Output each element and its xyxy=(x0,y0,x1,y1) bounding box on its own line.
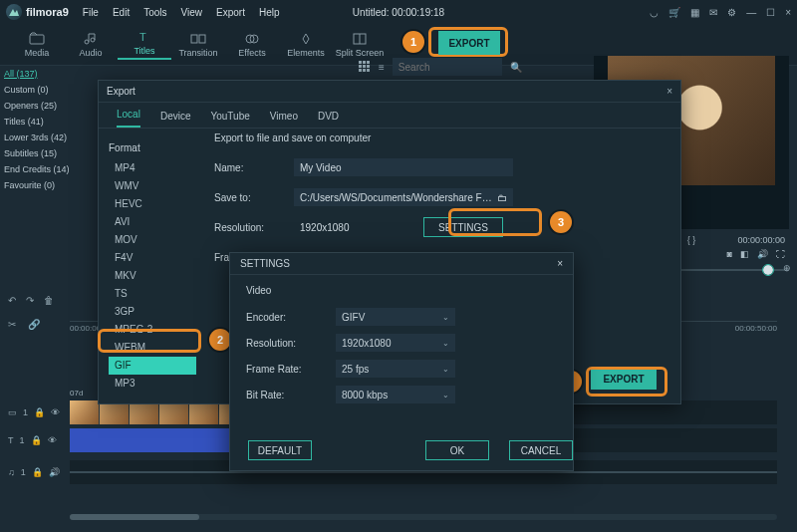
cat-titles[interactable]: Titles (41) xyxy=(4,114,102,130)
menu-file[interactable]: File xyxy=(83,7,99,18)
settings-dialog: SETTINGS × Video Encoder: GIFV ⌄ Resolut… xyxy=(229,252,574,471)
cat-favourite[interactable]: Favourite (0) xyxy=(4,177,102,193)
settings-default-button[interactable]: DEFAULT xyxy=(248,440,312,460)
redo-icon[interactable]: ↷ xyxy=(26,295,34,306)
export-tab-device[interactable]: Device xyxy=(160,111,191,128)
settings-fr-select[interactable]: 25 fps ⌄ xyxy=(336,360,455,378)
search-input[interactable] xyxy=(393,58,502,76)
tab-elements[interactable]: Elements xyxy=(279,32,333,58)
format-mpeg2[interactable]: MPEG-2 xyxy=(109,321,196,339)
settings-cancel-button[interactable]: CANCEL xyxy=(509,440,573,460)
format-gif[interactable]: GIF xyxy=(109,357,196,375)
step-badge-3: 3 xyxy=(550,211,572,233)
format-webm[interactable]: WEBM xyxy=(109,339,196,357)
format-mov[interactable]: MOV xyxy=(109,231,196,249)
menu-help[interactable]: Help xyxy=(259,7,280,18)
link-icon[interactable]: 🔗 xyxy=(28,319,40,330)
format-mp4[interactable]: MP4 xyxy=(109,159,196,177)
track-lock-icon-t[interactable]: 🔒 xyxy=(31,435,42,445)
split-icon[interactable]: ✂ xyxy=(8,319,16,330)
settings-res-value: 1920x1080 xyxy=(342,338,392,349)
apps-icon[interactable]: ▦ xyxy=(690,7,699,18)
fullscreen-icon[interactable]: ⛶ xyxy=(776,249,785,259)
format-hevc[interactable]: HEVC xyxy=(109,195,196,213)
name-input[interactable]: My Video xyxy=(294,158,513,176)
delete-icon[interactable]: 🗑 xyxy=(44,295,54,306)
export-button-ribbon[interactable]: EXPORT xyxy=(438,31,500,55)
window-minimize[interactable]: — xyxy=(746,7,756,18)
format-wmv[interactable]: WMV xyxy=(109,177,196,195)
format-f4v[interactable]: F4V xyxy=(109,249,196,267)
volume-icon[interactable]: 🔊 xyxy=(757,249,768,259)
titles-icon: T xyxy=(136,30,152,44)
window-maximize[interactable]: ☐ xyxy=(766,7,775,18)
list-view-icon[interactable]: ≡ xyxy=(379,62,385,73)
track-mute-icon[interactable]: 🔊 xyxy=(49,467,60,477)
cat-endcredits[interactable]: End Credits (14) xyxy=(4,161,102,177)
duration-time: 00:00:00:00 xyxy=(737,235,785,245)
undo-icon[interactable]: ↶ xyxy=(8,295,16,306)
settings-br-select[interactable]: 8000 kbps ⌄ xyxy=(336,386,455,403)
encoder-select[interactable]: GIFV ⌄ xyxy=(336,308,455,326)
tab-media[interactable]: Media xyxy=(10,32,64,58)
menu-tools[interactable]: Tools xyxy=(143,7,166,18)
tab-split-screen[interactable]: Split Screen xyxy=(333,32,387,58)
menu-edit[interactable]: Edit xyxy=(113,7,130,18)
format-mp3[interactable]: MP3 xyxy=(109,375,196,393)
encoder-value: GIFV xyxy=(342,312,365,323)
format-3gp[interactable]: 3GP xyxy=(109,303,196,321)
format-mkv[interactable]: MKV xyxy=(109,267,196,285)
track-lock-icon[interactable]: 🔒 xyxy=(34,407,45,417)
cat-lower3rds[interactable]: Lower 3rds (42) xyxy=(4,130,102,145)
tab-effects[interactable]: Effects xyxy=(225,32,279,58)
snapshot-icon[interactable]: ◙ xyxy=(727,249,732,259)
export-tab-vimeo[interactable]: Vimeo xyxy=(270,111,298,128)
document-title: Untitled: 00:00:19:18 xyxy=(353,7,444,18)
cat-subtitles[interactable]: Subtitles (15) xyxy=(4,145,102,161)
tab-transition[interactable]: Transition xyxy=(171,32,225,58)
tab-titles[interactable]: T Titles xyxy=(118,30,171,60)
zoom-fit-icon[interactable]: ⊕ xyxy=(783,263,791,273)
export-tab-youtube[interactable]: YouTube xyxy=(210,111,249,128)
ruler-tick-1: 00:00:50:00 xyxy=(735,324,777,333)
format-ts[interactable]: TS xyxy=(109,285,196,303)
window-close[interactable]: × xyxy=(785,7,791,18)
search-icon[interactable]: 🔍 xyxy=(510,62,522,73)
timeline-scroll-thumb[interactable] xyxy=(70,514,199,520)
menu-export[interactable]: Export xyxy=(216,7,245,18)
mail-icon[interactable]: ✉ xyxy=(709,7,717,18)
account-icon[interactable]: ◡ xyxy=(650,7,659,18)
export-tab-dvd[interactable]: DVD xyxy=(318,111,339,128)
settings-button[interactable]: SETTINGS xyxy=(423,217,503,237)
timeline-scrollbar[interactable] xyxy=(70,514,777,520)
track-lock-icon-a[interactable]: 🔒 xyxy=(32,467,43,477)
track-visible-icon[interactable]: 👁 xyxy=(51,407,60,417)
chevron-down-icon: ⌄ xyxy=(442,365,449,374)
tab-audio[interactable]: Audio xyxy=(64,32,118,58)
zoom-knob[interactable] xyxy=(763,265,773,275)
settings-ok-button[interactable]: OK xyxy=(425,440,489,460)
svg-rect-4 xyxy=(191,35,197,43)
settings-dialog-close[interactable]: × xyxy=(557,258,563,269)
expand-icon[interactable]: { } xyxy=(687,235,696,245)
save-to-input[interactable]: C:/Users/WS/Documents/Wondershare Film 🗀 xyxy=(294,188,513,206)
track-visible-icon-t[interactable]: 👁 xyxy=(48,435,57,445)
export-tab-local[interactable]: Local xyxy=(117,109,140,128)
svg-rect-5 xyxy=(199,35,205,43)
cat-custom[interactable]: Custom (0) xyxy=(4,82,102,98)
grid-view-icon[interactable] xyxy=(359,61,371,73)
export-dialog-title: Export xyxy=(107,86,135,97)
settings-res-select[interactable]: 1920x1080 ⌄ xyxy=(336,334,455,352)
cart-icon[interactable]: 🛒 xyxy=(668,7,680,18)
export-button-dialog[interactable]: EXPORT xyxy=(591,368,657,390)
cat-openers[interactable]: Openers (25) xyxy=(4,98,102,114)
cat-all[interactable]: All (137) xyxy=(4,66,102,82)
chevron-down-icon: ⌄ xyxy=(442,313,449,322)
settings-icon[interactable]: ⚙ xyxy=(727,7,736,18)
chevron-down-icon: ⌄ xyxy=(442,339,449,348)
format-avi[interactable]: AVI xyxy=(109,213,196,231)
browse-folder-icon[interactable]: 🗀 xyxy=(497,192,507,203)
export-dialog-close[interactable]: × xyxy=(666,86,672,97)
menu-view[interactable]: View xyxy=(181,7,203,18)
mark-in-icon[interactable]: ◧ xyxy=(740,249,749,259)
